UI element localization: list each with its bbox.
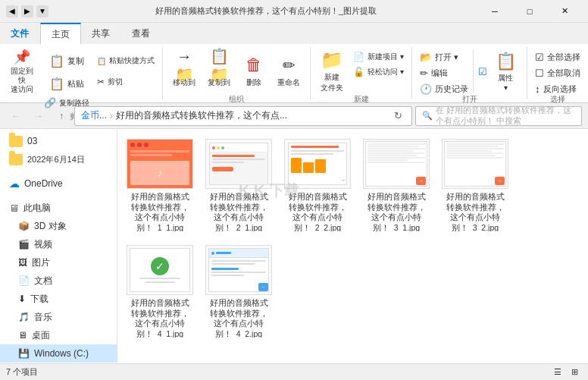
up-button[interactable]: ↑ <box>52 106 71 126</box>
title-icon-dropdown[interactable]: ▼ <box>36 5 48 17</box>
sidebar-item-03[interactable]: 03 <box>0 132 117 150</box>
btn-delete[interactable]: 🗑 删除 <box>237 50 271 93</box>
tab-view[interactable]: 查看 <box>121 23 161 44</box>
btn-select-all[interactable]: ☑ 全部选择 <box>532 50 583 64</box>
refresh-button[interactable]: ↻ <box>390 108 405 124</box>
btn-open[interactable]: 📂 打开 ▾ <box>417 50 471 64</box>
list-item[interactable]: → 好用的音频格式转换软件推荐，这个有点小特别！_4_2.jpg <box>202 241 275 341</box>
file-thumbnail: → <box>442 139 508 189</box>
ribbon-group-select: ☑ 全部选择 ☐ 全部取消 ↕ 反向选择 选择 <box>527 47 588 99</box>
deselect-icon: ☐ <box>535 68 544 79</box>
window-controls: ─ □ ✕ <box>477 0 582 23</box>
title-icon-back[interactable]: ◀ <box>6 5 18 17</box>
organize-label: 组织 <box>167 93 305 106</box>
path-arrow-1: › <box>110 111 113 121</box>
item-count: 7 个项目 <box>6 366 38 378</box>
new-label: 新建 <box>315 93 407 106</box>
title-icon-forward[interactable]: ▶ <box>21 5 33 17</box>
file-name: 好用的音频格式转换软件推荐，这个有点小特别！_3_2.jpg <box>446 192 505 231</box>
address-path[interactable]: 金币... › 好用的音频格式转换软件推荐，这个有点... ↻ <box>74 106 412 126</box>
ribbon-group-clipboard: 📌 固定到快速访问 📋 复制 📋 粘贴 🔗 复制路径 <box>0 47 163 99</box>
sidebar-item-windows-c[interactable]: 💾 Windows (C:) <box>0 344 117 363</box>
btn-move-to[interactable]: →📁 移动到 <box>167 50 201 93</box>
minimize-button[interactable]: ─ <box>477 0 512 23</box>
delete-icon: 🗑 <box>243 55 264 76</box>
btn-new-folder[interactable]: 📁 新建文件夹 <box>315 50 349 93</box>
list-view-button[interactable]: ☰ <box>550 366 565 379</box>
desktop-icon: 🖥 <box>18 330 27 341</box>
btn-rename[interactable]: ✏ 重命名 <box>272 50 305 93</box>
sidebar-item-onedrive[interactable]: ☁ OneDrive <box>0 174 117 193</box>
list-item[interactable]: ♪ 好用的音频格式转换软件推荐，这个有点小特别！_1_1.jpg <box>124 135 196 235</box>
sidebar-item-3d[interactable]: 📦 3D 对象 <box>0 217 117 235</box>
sidebar-label-video: 视频 <box>34 238 52 251</box>
sidebar-label-windows-c: Windows (C:) <box>34 348 89 359</box>
btn-edit[interactable]: ✏ 编辑 <box>417 66 471 80</box>
view-icons: ☰ ⊞ <box>550 366 582 379</box>
btn-deselect-all[interactable]: ☐ 全部取消 <box>532 66 583 80</box>
pin-icon: 📌 <box>11 49 33 65</box>
tab-home[interactable]: 主页 <box>40 23 81 44</box>
sidebar-item-pictures[interactable]: 🖼 图片 <box>0 253 117 272</box>
video-icon: 🎬 <box>18 239 30 250</box>
address-bar: ← → ↑ 金币... › 好用的音频格式转换软件推荐，这个有点... ↻ 🔍 … <box>0 103 588 129</box>
btn-pin-quick-access[interactable]: 📌 固定到快速访问 <box>5 50 39 93</box>
title-bar: ◀ ▶ ▼ 好用的音频格式转换软件推荐，这个有点小特别！_图片提取 ─ □ ✕ <box>0 0 588 23</box>
documents-icon: 📄 <box>18 275 30 286</box>
sidebar-item-desktop[interactable]: 🖥 桌面 <box>0 326 117 344</box>
sidebar-item-downloads[interactable]: ⬇ 下载 <box>0 290 117 308</box>
sidebar-label-documents: 文档 <box>34 275 52 287</box>
cut-icon: ✂ <box>97 77 105 87</box>
sidebar-item-music[interactable]: 🎵 音乐 <box>0 308 117 326</box>
ribbon-content: 📌 固定到快速访问 📋 复制 📋 粘贴 🔗 复制路径 <box>0 44 588 103</box>
ribbon-group-organize: →📁 移动到 📋📁 复制到 🗑 删除 ✏ 重命名 组织 <box>163 47 311 99</box>
list-item[interactable]: → 好用的音频格式转换软件推荐，这个有点小特别！_3_2.jpg <box>439 135 511 235</box>
3d-icon: 📦 <box>18 221 30 231</box>
btn-easy-access[interactable]: 🔓 轻松访问 ▾ <box>350 65 407 79</box>
file-name: 好用的音频格式转换软件推荐，这个有点小特别！_4_2.jpg <box>210 298 268 338</box>
btn-paste[interactable]: 📋 粘贴 <box>41 73 92 94</box>
file-thumbnail <box>205 139 272 189</box>
title-text: 好用的音频格式转换软件推荐，这个有点小特别！_图片提取 <box>55 5 477 17</box>
back-button[interactable]: ← <box>6 106 26 126</box>
rename-icon: ✏ <box>278 55 299 76</box>
paste-icon: 📋 <box>49 77 64 91</box>
select-label: 选择 <box>532 93 583 106</box>
tab-file[interactable]: 文件 <box>0 23 40 44</box>
btn-cut[interactable]: ✂ 剪切 <box>94 75 158 89</box>
btn-copy[interactable]: 📋 复制 <box>41 50 92 71</box>
folder-icon-03 <box>9 136 23 147</box>
file-name: 好用的音频格式转换软件推荐，这个有点小特别！_1_1.jpg <box>131 192 189 231</box>
properties-icon: 📋 <box>496 52 516 71</box>
path-part-2: 好用的音频格式转换软件推荐，这个有点... <box>116 109 287 122</box>
list-item[interactable]: 好用的音频格式转换软件推荐，这个有点小特别！_2_1.jpg <box>202 135 275 235</box>
btn-paste-shortcut[interactable]: 📋 粘贴快捷方式 <box>94 54 158 68</box>
list-item[interactable]: → 好用的音频格式转换软件推荐，这个有点小特别！_2_2.jpg <box>281 135 354 235</box>
sidebar-item-local-d[interactable]: 💾 本地磁盘 (D:) <box>0 363 117 363</box>
sidebar-item-video[interactable]: 🎬 视频 <box>0 235 117 253</box>
copy-to-icon: 📋📁 <box>208 55 230 76</box>
sidebar-label-pictures: 图片 <box>32 256 50 269</box>
file-thumbnail: ✓ <box>127 245 193 295</box>
new-item-icon: 📄 <box>353 52 364 62</box>
forward-button[interactable]: → <box>29 106 48 126</box>
tab-share[interactable]: 共享 <box>81 23 121 44</box>
maximize-button[interactable]: □ <box>512 0 547 23</box>
pc-icon: 🖥 <box>9 203 19 214</box>
btn-new-item[interactable]: 📄 新建项目 ▾ <box>350 50 407 64</box>
list-item[interactable]: → 好用的音频格式转换软件推荐，这个有点小特别！_3_1.jpg <box>360 135 433 235</box>
btn-properties[interactable]: 📋 属性▾ <box>489 50 522 93</box>
sidebar-item-documents[interactable]: 📄 文档 <box>0 272 117 290</box>
folder-icon-2022 <box>9 154 23 165</box>
sidebar-item-this-pc[interactable]: 🖥 此电脑 <box>0 199 117 217</box>
list-item[interactable]: ✓ 好用的音频格式转换软件推荐，这个有点小特别！_4_1.jpg <box>124 241 196 341</box>
ribbon-group-new: 📁 新建文件夹 📄 新建项目 ▾ 🔓 轻松访问 ▾ 新建 <box>311 47 412 99</box>
sidebar-item-2022[interactable]: 2022年6月14日 <box>0 150 117 168</box>
close-button[interactable]: ✕ <box>547 0 582 23</box>
easy-access-icon: 🔓 <box>353 67 364 77</box>
sidebar-label-03: 03 <box>27 136 37 146</box>
grid-view-button[interactable]: ⊞ <box>567 366 582 379</box>
btn-copy-to[interactable]: 📋📁 复制到 <box>202 50 236 93</box>
search-bar[interactable]: 🔍 在 好用的音频格式转换软件推荐，这个有点小特别！ 中搜索 <box>415 106 582 126</box>
sidebar-label-this-pc: 此电脑 <box>23 202 51 215</box>
